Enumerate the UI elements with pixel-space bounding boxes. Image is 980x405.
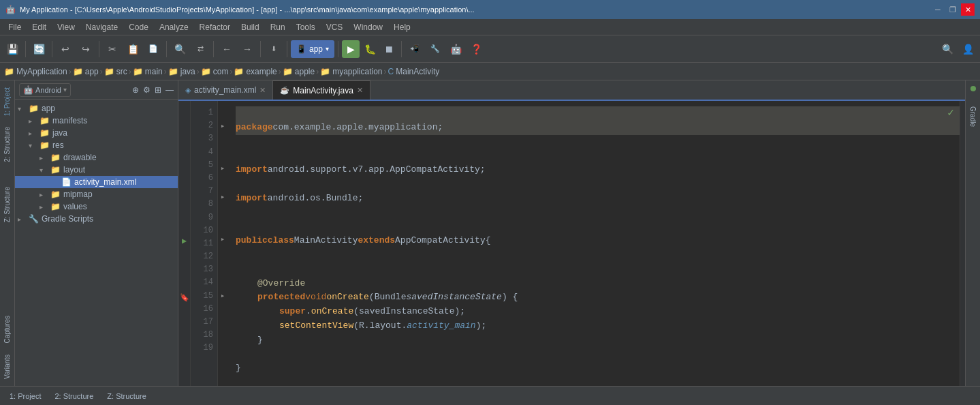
expand-arrow: ▾ (39, 166, 48, 174)
maximize-button[interactable]: ❐ (946, 3, 960, 16)
fold-arrow-10[interactable]: ▸ (218, 234, 227, 248)
toolbar-btn-find[interactable]: 🔍 (170, 40, 189, 59)
menu-item-file[interactable]: File (3, 21, 27, 33)
stop-button[interactable]: ⏹ (380, 40, 398, 58)
tree-item-java[interactable]: ▸ 📁 java (15, 127, 178, 139)
side-tab-z-structure[interactable]: Z: Structure (2, 183, 12, 226)
toolbar-btn-sync[interactable]: 🔄 (29, 40, 48, 59)
profile-btn[interactable]: 👤 (958, 40, 977, 59)
side-tab-project[interactable]: 1: Project (2, 83, 12, 120)
close-button[interactable]: ✕ (961, 3, 975, 16)
gradle-side-tab[interactable]: Gradle (968, 101, 978, 132)
tree-item-values[interactable]: ▸ 📁 values (15, 200, 178, 213)
class-icon: C (388, 67, 394, 76)
side-tab-structure[interactable]: 2: Structure (2, 123, 12, 166)
toolbar-btn-nav-fwd[interactable]: → (238, 40, 257, 59)
expand-arrow: ▾ (29, 142, 37, 149)
menu-item-tools[interactable]: Tools (291, 21, 321, 33)
search-everywhere-icon[interactable]: 🔍 (938, 40, 957, 59)
fold-arrow-7[interactable]: ▸ (218, 192, 227, 206)
layout-icon[interactable]: ⊞ (155, 85, 161, 95)
tree-item-activity-main[interactable]: ▸ 📄 activity_main.xml (15, 176, 178, 188)
toolbar-btn-sdk[interactable]: 🔧 (426, 40, 445, 59)
toolbar-btn-undo[interactable]: ↩ (56, 40, 75, 59)
toolbar-sep-9 (401, 41, 402, 57)
fold-arrow-5[interactable]: ▸ (218, 163, 227, 177)
bottom-tab-z[interactable]: Z: Structure (100, 391, 153, 402)
breadcrumb-myapplication2[interactable]: 📁 myapplication (320, 67, 382, 76)
settings-icon[interactable]: ⚙ (143, 85, 151, 95)
tab-activity-main-xml[interactable]: ◈ activity_main.xml ✕ (178, 80, 273, 100)
tree-item-manifests[interactable]: ▸ 📁 manifests (15, 115, 178, 127)
run-gutter-icon[interactable]: ▶ (182, 236, 187, 246)
expand-arrow: ▸ (29, 117, 37, 125)
side-tab-variants[interactable]: Variants (2, 350, 12, 383)
toolbar-btn-paste[interactable]: 📄 (144, 40, 163, 59)
menu-item-navigate[interactable]: Navigate (80, 21, 123, 33)
toolbar-btn-structure[interactable]: ⬇ (264, 40, 283, 59)
xml-tab-icon: ◈ (185, 86, 191, 95)
menu-item-analyze[interactable]: Analyze (154, 21, 194, 33)
menu-item-run[interactable]: Run (265, 21, 291, 33)
toolbar-btn-nav-back[interactable]: ← (217, 40, 236, 59)
left-sidebar-tabs: 1: Project 2: Structure Z: Structure Cap… (0, 80, 15, 386)
code-line-8 (236, 206, 960, 220)
menu-item-view[interactable]: View (52, 21, 80, 33)
breadcrumb-src[interactable]: 📁 src (104, 67, 127, 76)
breadcrumb-apple[interactable]: 📁 apple (283, 67, 315, 76)
menu-item-edit[interactable]: Edit (27, 21, 52, 33)
toolbar-sep-5 (213, 41, 214, 57)
tree-item-res[interactable]: ▾ 📁 res (15, 139, 178, 151)
gutter-line-1 (178, 106, 190, 121)
tree-item-drawable[interactable]: ▸ 📁 drawable (15, 151, 178, 164)
tree-item-app[interactable]: ▾ 📁 app (15, 102, 178, 115)
menu-item-refactor[interactable]: Refactor (194, 21, 236, 33)
toolbar-btn-android[interactable]: 🤖 (446, 40, 465, 59)
sync-icon[interactable]: ⊕ (132, 85, 139, 95)
title-bar: 🤖 My Application - [C:\Users\Apple\Andro… (0, 0, 980, 19)
side-tab-captures[interactable]: Captures (2, 312, 12, 348)
tab-mainactivity-java[interactable]: ☕ MainActivity.java ✕ (273, 80, 370, 100)
breadcrumb-mainactivity[interactable]: C MainActivity (388, 67, 440, 76)
breadcrumb-example[interactable]: 📁 example (234, 67, 276, 76)
menu-item-build[interactable]: Build (236, 21, 265, 33)
tab-close-icon[interactable]: ✕ (259, 86, 266, 95)
folder-icon: 📁 (320, 67, 330, 76)
gutter-line-9 (178, 220, 190, 234)
tree-item-gradle[interactable]: ▸ 🔧 Gradle Scripts (15, 213, 178, 225)
breadcrumb-main[interactable]: 📁 main (133, 67, 163, 76)
fold-arrow-2[interactable]: ▸ (218, 121, 227, 135)
toolbar-btn-cut[interactable]: ✂ (103, 40, 122, 59)
breadcrumb-app[interactable]: 📁 app (73, 67, 99, 76)
collapse-icon[interactable]: — (165, 85, 174, 95)
tab-close-icon[interactable]: ✕ (357, 86, 363, 95)
toolbar-btn-save[interactable]: 💾 (3, 40, 22, 59)
breadcrumb-java[interactable]: 📁 java (168, 67, 195, 76)
bottom-tab-project[interactable]: 1: Project (3, 391, 48, 402)
app-selector-label: app (309, 44, 323, 54)
toolbar-btn-redo[interactable]: ↪ (76, 40, 95, 59)
debug-button[interactable]: 🐛 (361, 40, 379, 58)
breadcrumb-myapplication[interactable]: 📁 MyApplication (4, 67, 67, 76)
menu-item-vcs[interactable]: VCS (321, 21, 349, 33)
minimize-button[interactable]: ─ (931, 3, 945, 16)
android-selector[interactable]: 🤖 Android ▾ (19, 83, 71, 97)
gradle-icon: 🔧 (29, 214, 39, 224)
menu-item-code[interactable]: Code (123, 21, 154, 33)
tree-item-layout[interactable]: ▾ 📁 layout (15, 164, 178, 176)
run-button[interactable]: ▶ (342, 40, 360, 58)
app-selector[interactable]: 📱 app ▾ (291, 40, 334, 58)
gutter-line-3 (178, 135, 190, 149)
menu-item-help[interactable]: Help (388, 21, 416, 33)
code-content[interactable]: ✓ package com.example.apple.myapplicatio… (227, 101, 960, 386)
toolbar-btn-help[interactable]: ❓ (467, 40, 486, 59)
toolbar-btn-copy[interactable]: 📋 (123, 40, 142, 59)
menu-item-window[interactable]: Window (348, 21, 388, 33)
breadcrumb-com[interactable]: 📁 com (201, 67, 229, 76)
bookmark-gutter-icon[interactable]: 🔖 (180, 293, 189, 302)
fold-arrow-14[interactable]: ▸ (218, 290, 227, 305)
toolbar-btn-avd[interactable]: 📲 (405, 40, 424, 59)
tree-item-mipmap[interactable]: ▸ 📁 mipmap (15, 188, 178, 200)
bottom-tab-structure[interactable]: 2: Structure (48, 391, 100, 402)
toolbar-btn-replace[interactable]: ⇄ (191, 40, 210, 59)
